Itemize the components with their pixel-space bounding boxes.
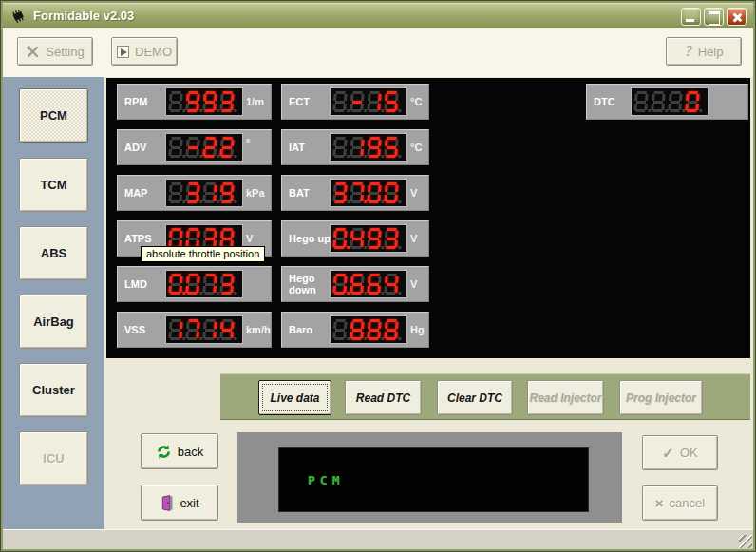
maximize-button[interactable] [704, 8, 724, 26]
seg-digit [332, 182, 348, 203]
gauge-vss: VSSkm/h [117, 312, 272, 348]
seg-digit [332, 137, 348, 158]
lcd-frame: PCM [237, 432, 622, 523]
seg-digit [332, 91, 348, 112]
exit-button[interactable]: exit [141, 485, 218, 521]
gauge-unit: kPa [246, 187, 265, 199]
gauge-unit: V [246, 233, 253, 244]
seg-digit [168, 274, 183, 295]
seg-digit [202, 137, 217, 158]
action-button-label: Clear DTC [447, 391, 502, 405]
lcd-screen: PCM [278, 447, 589, 512]
gauge-label: VSS [124, 324, 166, 335]
gauge-iat: IAT°C [281, 129, 429, 165]
exit-label: exit [180, 496, 198, 510]
seg-digit [219, 274, 235, 295]
seg-digit [219, 319, 235, 340]
tools-icon [26, 45, 40, 59]
seg-digit [384, 137, 399, 158]
gauge-unit: km/h [246, 324, 271, 335]
minimize-button[interactable] [681, 8, 701, 26]
seven-segment-display [166, 271, 242, 297]
sidebar-item-tcm[interactable]: TCM [19, 158, 88, 212]
action-button-prog-injector[interactable]: Prog Injector [619, 380, 703, 415]
resize-grip[interactable] [739, 535, 752, 548]
seg-digit [202, 91, 217, 112]
gauge-unit: V [410, 187, 417, 199]
sidebar-item-cluster[interactable]: Cluster [19, 363, 88, 417]
gauge-label: DTC [594, 96, 632, 107]
sidebar-item-pcm[interactable]: PCM [19, 88, 88, 143]
seg-digit [350, 91, 365, 112]
seg-digit [168, 91, 183, 112]
back-button[interactable]: back [141, 433, 218, 469]
seg-digit [350, 228, 365, 249]
seg-digit [651, 91, 666, 112]
gauge-unit: °C [410, 142, 422, 153]
gauge-unit: V [410, 278, 417, 290]
titlebar[interactable]: Formidable v2.03 [3, 3, 753, 28]
seg-digit [202, 319, 217, 340]
cancel-label: cancel [670, 496, 706, 510]
back-label: back [178, 445, 203, 459]
sidebar-item-icu[interactable]: ICU [19, 431, 88, 485]
lcd-text: PCM [308, 473, 344, 487]
seg-digit [350, 137, 365, 158]
chip-icon [9, 8, 27, 24]
gauge-label: LMD [124, 278, 166, 290]
gauge-hego-down: Hego downV [281, 266, 429, 302]
gauge-unit: °C [410, 96, 422, 107]
seg-digit [384, 228, 399, 249]
refresh-arrows-icon [156, 444, 172, 460]
exit-door-icon [160, 495, 174, 511]
seven-segment-display [331, 180, 406, 206]
ok-label: OK [680, 446, 698, 460]
action-button-label: Live data [270, 391, 319, 405]
action-button-live-data[interactable]: Live data [258, 380, 331, 415]
sidebar-item-airbag[interactable]: AirBag [19, 295, 88, 349]
seg-digit [219, 137, 235, 158]
seven-segment-display [331, 316, 406, 343]
seg-digit [219, 182, 235, 203]
help-button[interactable]: ? Help [666, 37, 742, 66]
demo-button[interactable]: DEMO [111, 37, 178, 66]
seven-segment-display [331, 134, 406, 161]
sidebar-item-label: AirBag [33, 314, 74, 329]
seg-digit [350, 182, 365, 203]
action-button-clear-dtc[interactable]: Clear DTC [437, 380, 513, 415]
setting-button[interactable]: Setting [17, 37, 93, 66]
gauge-label: Hego up [289, 233, 331, 244]
gauge-ect: ECT°C [281, 84, 429, 120]
gauge-label: ATPS [124, 233, 166, 244]
seg-digit [633, 91, 649, 112]
seg-digit [685, 91, 700, 112]
seg-digit [185, 182, 200, 203]
sidebar-item-label: Cluster [32, 383, 75, 397]
cancel-button[interactable]: × cancel [642, 485, 718, 521]
gauge-dtc: DTC [586, 84, 748, 120]
action-button-read-dtc[interactable]: Read DTC [345, 380, 422, 415]
ok-button[interactable]: ✓ OK [642, 435, 718, 470]
seg-digit [367, 182, 382, 203]
toolbar: Setting DEMO ? Help [3, 28, 753, 77]
check-icon: ✓ [662, 446, 674, 460]
gauge-label: MAP [124, 187, 166, 199]
action-button-read-injector[interactable]: Read Injector [527, 380, 604, 415]
seg-digit [384, 319, 399, 340]
gauge-label: Baro [289, 324, 331, 335]
gauge-label: ECT [289, 96, 331, 107]
action-button-label: Prog Injector [626, 391, 696, 405]
gauge-hego-up: Hego upV [281, 220, 429, 257]
gauge-bat: BATV [281, 175, 429, 211]
close-button[interactable] [727, 8, 747, 26]
seg-digit [185, 91, 200, 112]
gauge-unit: V [410, 233, 417, 244]
seg-digit [350, 319, 365, 340]
sidebar-item-label: TCM [40, 178, 66, 192]
gauge-map: MAPkPa [117, 175, 272, 211]
seg-digit [332, 228, 348, 249]
sidebar-item-label: ABS [41, 246, 66, 260]
seven-segment-display [166, 180, 242, 206]
question-mark-icon: ? [685, 43, 692, 60]
sidebar-item-abs[interactable]: ABS [19, 226, 88, 280]
